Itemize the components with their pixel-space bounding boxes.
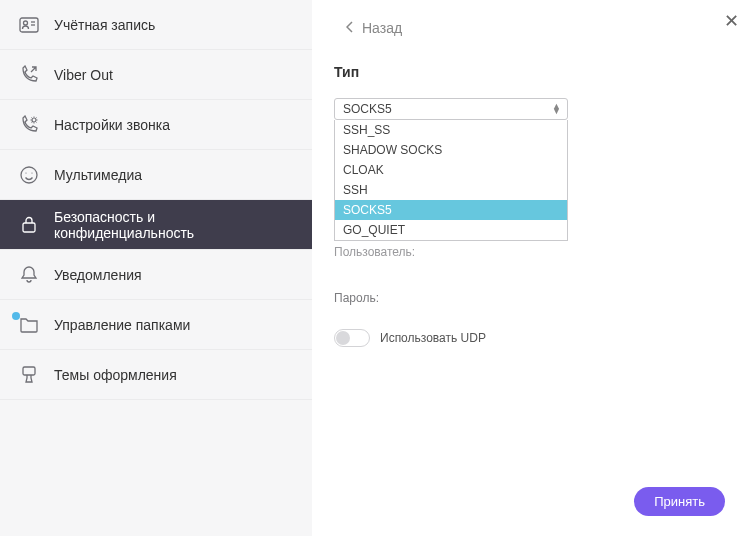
back-label: Назад	[362, 20, 402, 36]
sidebar-item-account[interactable]: Учётная запись	[0, 0, 312, 50]
udp-toggle[interactable]	[334, 329, 370, 347]
back-button[interactable]: Назад	[346, 20, 725, 36]
svg-rect-0	[20, 18, 38, 32]
sidebar-item-label: Темы оформления	[54, 367, 177, 383]
password-field-label: Пароль:	[334, 291, 725, 305]
svg-rect-9	[23, 367, 35, 375]
folder-icon	[18, 314, 40, 336]
sidebar-item-label: Настройки звонка	[54, 117, 170, 133]
type-label: Тип	[334, 64, 725, 80]
footer: Принять	[334, 487, 725, 516]
account-card-icon	[18, 14, 40, 36]
sidebar-item-label: Уведомления	[54, 267, 142, 283]
svg-point-5	[21, 167, 37, 183]
sidebar-item-themes[interactable]: Темы оформления	[0, 350, 312, 400]
phone-out-icon	[18, 64, 40, 86]
face-icon	[18, 164, 40, 186]
sidebar-item-label: Учётная запись	[54, 17, 155, 33]
bell-icon	[18, 264, 40, 286]
sidebar-item-viber-out[interactable]: Viber Out	[0, 50, 312, 100]
chevron-left-icon	[346, 20, 354, 36]
phone-gear-icon	[18, 114, 40, 136]
sidebar-item-label: Управление папками	[54, 317, 190, 333]
indicator-dot	[12, 312, 20, 320]
type-dropdown: SSH_SS SHADOW SOCKS CLOAK SSH SOCKS5 GO_…	[334, 120, 568, 241]
udp-toggle-label: Использовать UDP	[380, 331, 486, 345]
sidebar-item-label: Viber Out	[54, 67, 113, 83]
type-option-socks5[interactable]: SOCKS5	[335, 200, 567, 220]
sidebar: Учётная запись Viber Out Настройки звонк…	[0, 0, 312, 536]
type-select-value: SOCKS5	[343, 102, 392, 116]
type-option-go-quiet[interactable]: GO_QUIET	[335, 220, 567, 240]
type-select[interactable]: SOCKS5 ▲▼	[334, 98, 568, 120]
svg-rect-8	[23, 223, 35, 232]
sidebar-item-folders[interactable]: Управление папками	[0, 300, 312, 350]
lock-icon	[18, 214, 40, 236]
type-option-cloak[interactable]: CLOAK	[335, 160, 567, 180]
sidebar-item-security[interactable]: Безопасность и конфиденциальность	[0, 200, 312, 250]
type-option-ssh-ss[interactable]: SSH_SS	[335, 120, 567, 140]
toggle-knob	[336, 331, 350, 345]
user-field-label: Пользователь:	[334, 245, 725, 259]
type-option-shadow-socks[interactable]: SHADOW SOCKS	[335, 140, 567, 160]
select-caret-icon: ▲▼	[552, 104, 561, 114]
type-option-ssh[interactable]: SSH	[335, 180, 567, 200]
udp-toggle-row: Использовать UDP	[334, 329, 725, 347]
brush-icon	[18, 364, 40, 386]
svg-point-7	[31, 172, 32, 173]
sidebar-item-call-settings[interactable]: Настройки звонка	[0, 100, 312, 150]
sidebar-item-notifications[interactable]: Уведомления	[0, 250, 312, 300]
main-panel: ✕ Назад Тип SOCKS5 ▲▼ SSH_SS SHADOW SOCK…	[312, 0, 755, 536]
sidebar-item-label: Мультимедиа	[54, 167, 142, 183]
sidebar-item-multimedia[interactable]: Мультимедиа	[0, 150, 312, 200]
sidebar-item-label: Безопасность и конфиденциальность	[54, 209, 294, 241]
svg-point-4	[32, 118, 36, 122]
svg-point-6	[25, 172, 26, 173]
svg-point-1	[24, 21, 28, 25]
close-button[interactable]: ✕	[724, 12, 739, 30]
accept-button[interactable]: Принять	[634, 487, 725, 516]
